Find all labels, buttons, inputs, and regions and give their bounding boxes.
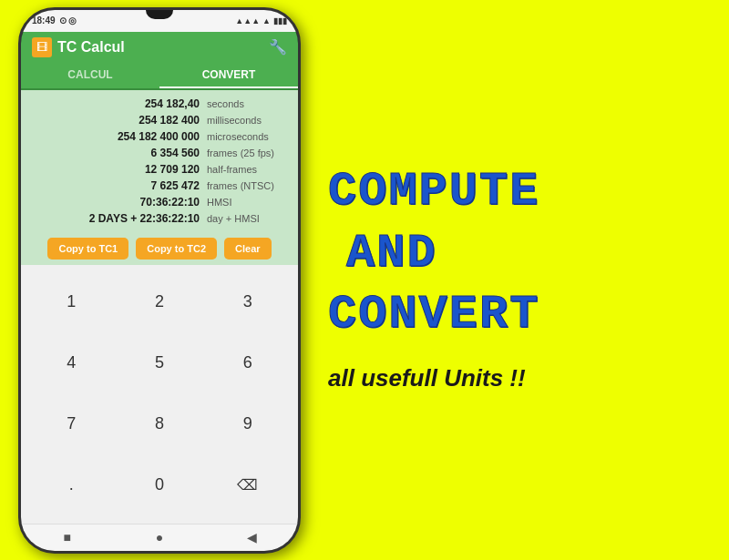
and-text: AND [346, 228, 437, 280]
subtitle-text: all usefull Units !! [328, 363, 526, 394]
action-buttons: Copy to TC1 Copy to TC2 Clear [21, 232, 298, 265]
unit-frames25: frames (25 fps) [207, 148, 289, 158]
value-halfframes: 12 709 120 [90, 163, 200, 176]
keypad: 1 2 3 4 5 6 7 8 9 . 0 ⌫ [21, 265, 298, 524]
nav-square[interactable]: ■ [58, 528, 77, 546]
result-row-seconds: 254 182,40 seconds [30, 96, 289, 112]
key-2[interactable]: 2 [117, 272, 203, 331]
nav-circle[interactable]: ● [150, 528, 169, 546]
nav-back[interactable]: ◀ [242, 528, 261, 546]
unit-us: microseconds [207, 131, 289, 142]
phone-frame: 18:49 ⊙ ◎ ▲▲▲ ▲ ▮▮▮ 🎞 TC Calcul 🔧 CALCUL… [18, 7, 301, 554]
phone-wrapper: 18:49 ⊙ ◎ ▲▲▲ ▲ ▮▮▮ 🎞 TC Calcul 🔧 CALCUL… [18, 7, 301, 554]
key-8[interactable]: 8 [117, 394, 203, 453]
unit-halfframes: half-frames [207, 164, 289, 175]
status-icons: ⊙ ◎ [59, 15, 77, 25]
result-row-day-hmsi: 2 DAYS + 22:36:22:10 day + HMSI [30, 210, 289, 227]
result-row-frames25: 6 354 560 frames (25 fps) [30, 145, 289, 161]
value-us: 254 182 400 000 [90, 130, 200, 143]
key-dot[interactable]: . [28, 455, 115, 514]
result-row-ms: 254 182 400 milliseconds [30, 112, 289, 128]
copy-tc2-button[interactable]: Copy to TC2 [136, 238, 217, 260]
app-title-row: 🎞 TC Calcul [32, 37, 125, 57]
compute-text: COMPUTE [328, 166, 539, 218]
result-row-hmsi: 70:36:22:10 HMSI [30, 194, 289, 210]
unit-seconds: seconds [207, 98, 289, 109]
status-right: ▲▲▲ ▲ ▮▮▮ [235, 16, 287, 25]
right-content: COMPUTE AND CONVERT all usefull Units !! [301, 148, 729, 412]
bottom-nav: ■ ● ◀ [21, 524, 298, 551]
key-4[interactable]: 4 [28, 333, 115, 392]
value-seconds: 254 182,40 [90, 97, 200, 110]
tab-calcul[interactable]: CALCUL [21, 63, 159, 88]
tab-convert[interactable]: CONVERT [159, 63, 298, 88]
signal-bars: ▲▲▲ [235, 16, 260, 25]
results-area: 254 182,40 seconds 254 182 400 milliseco… [21, 90, 298, 232]
key-3[interactable]: 3 [204, 272, 291, 331]
status-left: 18:49 ⊙ ◎ [32, 15, 77, 25]
unit-day-hmsi: day + HMSI [207, 213, 289, 224]
unit-ntsc: frames (NTSC) [207, 180, 289, 191]
film-icon: 🎞 [36, 41, 47, 54]
result-row-us: 254 182 400 000 microseconds [30, 128, 289, 145]
wrench-icon[interactable]: 🔧 [269, 38, 287, 56]
value-day-hmsi: 2 DAYS + 22:36:22:10 [89, 212, 200, 225]
value-frames25: 6 354 560 [90, 147, 200, 159]
result-row-ntsc: 7 625 472 frames (NTSC) [30, 178, 289, 194]
unit-hmsi: HMSI [207, 197, 289, 208]
app-icon: 🎞 [32, 37, 52, 57]
key-6[interactable]: 6 [204, 333, 291, 392]
convert-text: CONVERT [328, 289, 539, 341]
key-7[interactable]: 7 [28, 394, 115, 453]
copy-tc1-button[interactable]: Copy to TC1 [47, 238, 128, 260]
status-time: 18:49 [32, 15, 56, 25]
unit-ms: milliseconds [207, 115, 289, 126]
key-1[interactable]: 1 [28, 272, 115, 331]
key-0[interactable]: 0 [117, 455, 203, 514]
result-row-halfframes: 12 709 120 half-frames [30, 161, 289, 178]
value-ms: 254 182 400 [90, 114, 200, 127]
value-ntsc: 7 625 472 [90, 179, 200, 192]
tabs-container: CALCUL CONVERT [21, 63, 298, 90]
key-5[interactable]: 5 [117, 333, 203, 392]
wifi-icon: ▲ [262, 16, 271, 25]
key-9[interactable]: 9 [204, 394, 291, 453]
key-backspace[interactable]: ⌫ [204, 455, 291, 514]
clear-button[interactable]: Clear [224, 238, 272, 260]
app-header: 🎞 TC Calcul 🔧 [21, 32, 298, 63]
app-title: TC Calcul [57, 39, 125, 56]
value-hmsi: 70:36:22:10 [90, 196, 200, 209]
battery-icon: ▮▮▮ [273, 16, 287, 25]
